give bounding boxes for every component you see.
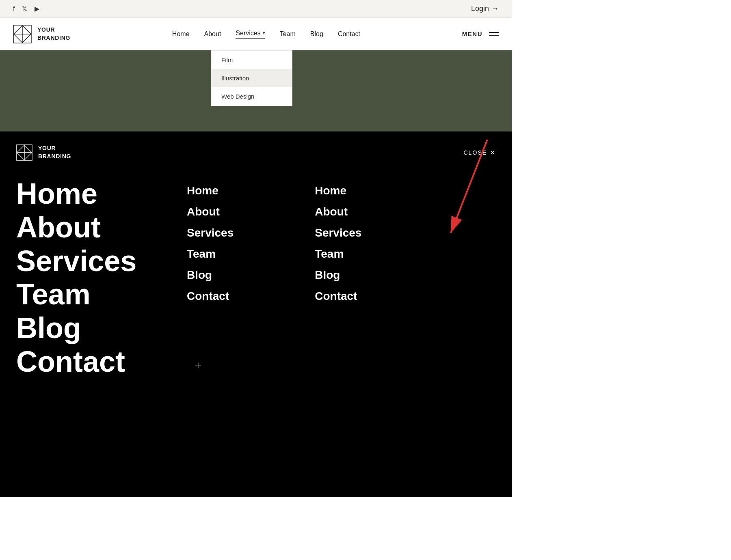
- col1-team[interactable]: Team: [187, 243, 234, 265]
- col2-team[interactable]: Team: [315, 243, 361, 265]
- nav-about[interactable]: About: [204, 30, 221, 38]
- login-link[interactable]: Login →: [471, 4, 499, 13]
- login-label: Login: [471, 4, 489, 13]
- nav-column-1: Home About Services Team Blog Contact: [187, 180, 234, 379]
- close-label: CLOSE: [463, 149, 487, 156]
- menu-button[interactable]: MENU: [462, 30, 499, 37]
- login-arrow: →: [491, 4, 499, 13]
- mobile-nav-about[interactable]: About: [16, 211, 187, 244]
- mobile-logo-icon: [16, 144, 32, 161]
- mobile-nav-columns: Home About Services Team Blog Contact Ho…: [187, 177, 495, 379]
- top-bar: f 𝕏 ▶ Login →: [0, 0, 512, 18]
- nav-contact[interactable]: Contact: [338, 30, 360, 38]
- dropdown-chevron: ▾: [263, 30, 265, 36]
- col1-services[interactable]: Services: [187, 222, 234, 243]
- nav-blog[interactable]: Blog: [310, 30, 323, 38]
- col2-services[interactable]: Services: [315, 222, 361, 243]
- col1-contact[interactable]: Contact: [187, 286, 234, 307]
- header: YOUR BRANDING Home About Services ▾ Team…: [0, 18, 512, 50]
- mobile-nav-team[interactable]: Team: [16, 278, 187, 311]
- col1-blog[interactable]: Blog: [187, 265, 234, 286]
- mobile-menu-header: YOUR BRANDING CLOSE ×: [16, 131, 495, 169]
- mobile-nav-services[interactable]: Services: [16, 244, 187, 278]
- logo-text: YOUR BRANDING: [37, 26, 70, 42]
- twitter-icon[interactable]: 𝕏: [22, 5, 27, 13]
- col2-contact[interactable]: Contact: [315, 286, 361, 307]
- col1-about[interactable]: About: [187, 201, 234, 222]
- nav-team[interactable]: Team: [280, 30, 296, 38]
- close-button[interactable]: CLOSE ×: [463, 149, 495, 157]
- mobile-nav-home[interactable]: Home: [16, 177, 187, 211]
- menu-label: MENU: [462, 30, 482, 37]
- col2-home[interactable]: Home: [315, 180, 361, 201]
- nav-home[interactable]: Home: [172, 30, 190, 38]
- mobile-menu-overlay: YOUR BRANDING CLOSE × Home About Service…: [0, 131, 512, 497]
- dropdown-illustration[interactable]: Illustration: [212, 69, 292, 87]
- youtube-icon[interactable]: ▶: [35, 5, 39, 13]
- mobile-logo-text: YOUR BRANDING: [38, 144, 71, 160]
- close-icon: ×: [490, 149, 495, 157]
- nav-services[interactable]: Services ▾: [236, 30, 265, 39]
- dropdown-film[interactable]: Film: [212, 51, 292, 69]
- plus-icon: +: [195, 359, 201, 372]
- col1-home[interactable]: Home: [187, 180, 234, 201]
- col2-blog[interactable]: Blog: [315, 265, 361, 286]
- hamburger-icon: [489, 32, 499, 36]
- mobile-logo[interactable]: YOUR BRANDING: [16, 144, 71, 161]
- logo[interactable]: YOUR BRANDING: [13, 25, 70, 43]
- col2-about[interactable]: About: [315, 201, 361, 222]
- mobile-nav-contact[interactable]: Contact: [16, 345, 187, 379]
- nav-column-2: Home About Services Team Blog Contact: [315, 180, 361, 379]
- mobile-nav-large: Home About Services Team Blog Contact: [16, 177, 187, 379]
- logo-icon: [13, 25, 32, 43]
- facebook-icon[interactable]: f: [13, 5, 15, 13]
- services-dropdown: Film Illustration Web Design: [211, 50, 292, 106]
- mobile-nav-blog[interactable]: Blog: [16, 311, 187, 345]
- dropdown-webdesign[interactable]: Web Design: [212, 87, 292, 106]
- social-links: f 𝕏 ▶: [13, 5, 39, 13]
- mobile-menu-body: Home About Services Team Blog Contact + …: [16, 169, 495, 379]
- main-nav: Home About Services ▾ Team Blog Contact: [172, 30, 360, 39]
